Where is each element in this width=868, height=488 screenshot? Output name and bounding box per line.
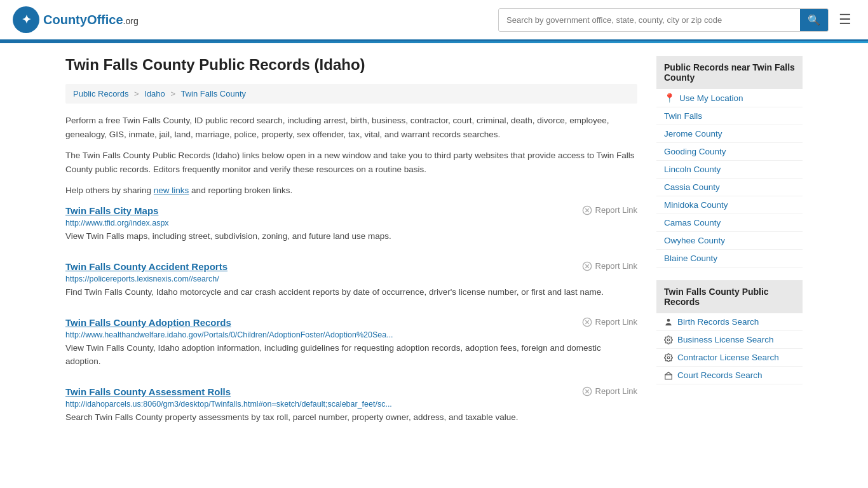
search-button[interactable]: 🔍 bbox=[800, 9, 828, 31]
sidebar-nearby-item[interactable]: Twin Falls bbox=[656, 107, 803, 125]
sidebar-nearby-item[interactable]: Minidoka County bbox=[656, 196, 803, 214]
sidebar-nearby-section: Public Records near Twin Falls County 📍 … bbox=[656, 56, 803, 268]
record-link[interactable]: Business License Search bbox=[677, 335, 774, 344]
breadcrumb: Public Records > Idaho > Twin Falls Coun… bbox=[65, 84, 637, 104]
records-links-container: Birth Records SearchBusiness License Sea… bbox=[656, 313, 803, 384]
sidebar-nearby-item[interactable]: Cassia County bbox=[656, 179, 803, 196]
nearby-link[interactable]: Cassia County bbox=[664, 182, 720, 192]
report-icon bbox=[582, 261, 592, 271]
menu-icon[interactable]: ☰ bbox=[835, 8, 855, 32]
report-icon bbox=[582, 386, 592, 396]
record-desc: Find Twin Falls County, Idaho motorcycle… bbox=[65, 286, 637, 299]
description-1: Perform a free Twin Falls County, ID pub… bbox=[65, 114, 637, 141]
sidebar-nearby-item[interactable]: Blaine County bbox=[656, 250, 803, 268]
nearby-link[interactable]: Gooding County bbox=[664, 147, 726, 156]
nearby-link[interactable]: Lincoln County bbox=[664, 165, 721, 174]
nearby-link[interactable]: Jerome County bbox=[664, 129, 722, 139]
record-link[interactable]: Contractor License Search bbox=[677, 353, 779, 362]
record-url[interactable]: http://idahoparcels.us:8060/gm3/desktop/… bbox=[65, 400, 637, 409]
record-entry: Twin Falls County Adoption Records Repor… bbox=[65, 317, 637, 371]
breadcrumb-public-records[interactable]: Public Records bbox=[73, 89, 128, 98]
svg-point-12 bbox=[667, 318, 670, 322]
record-header: Twin Falls County Adoption Records Repor… bbox=[65, 317, 637, 328]
records-container: Twin Falls City Maps Report Link http://… bbox=[65, 205, 637, 427]
sidebar: Public Records near Twin Falls County 📍 … bbox=[656, 56, 803, 442]
report-icon bbox=[582, 317, 592, 327]
record-header: Twin Falls County Assessment Rolls Repor… bbox=[65, 386, 637, 397]
record-title[interactable]: Twin Falls County Accident Reports bbox=[65, 261, 227, 272]
record-link[interactable]: Birth Records Search bbox=[677, 317, 759, 327]
sidebar-nearby-item[interactable]: Jerome County bbox=[656, 125, 803, 143]
gear-icon bbox=[664, 336, 673, 344]
nearby-link[interactable]: Blaine County bbox=[664, 254, 717, 263]
record-header: Twin Falls City Maps Report Link bbox=[65, 205, 637, 216]
description-3-prefix: Help others by sharing bbox=[65, 186, 154, 195]
svg-point-13 bbox=[667, 339, 670, 341]
sidebar-record-item[interactable]: Business License Search bbox=[656, 331, 803, 349]
person-icon bbox=[664, 318, 673, 327]
nearby-link[interactable]: Camas County bbox=[664, 218, 721, 227]
sidebar-nearby-item[interactable]: Lincoln County bbox=[656, 161, 803, 179]
sidebar-nearby-item[interactable]: Camas County bbox=[656, 214, 803, 232]
report-link[interactable]: Report Link bbox=[582, 205, 637, 215]
breadcrumb-sep2: > bbox=[170, 89, 175, 98]
record-entry: Twin Falls County Accident Reports Repor… bbox=[65, 261, 637, 302]
logo-area: ✦ CountyOffice.org bbox=[13, 6, 139, 33]
record-desc: Search Twin Falls County property assess… bbox=[65, 411, 637, 424]
search-bar: 🔍 bbox=[498, 8, 829, 32]
content-area: Twin Falls County Public Records (Idaho)… bbox=[65, 56, 637, 442]
sidebar-records-section: Twin Falls County Public Records Birth R… bbox=[656, 280, 803, 384]
report-link[interactable]: Report Link bbox=[582, 386, 637, 396]
nearby-link[interactable]: Minidoka County bbox=[664, 200, 728, 210]
record-link[interactable]: Court Records Search bbox=[677, 370, 763, 380]
use-my-location-link[interactable]: Use My Location bbox=[679, 93, 743, 103]
sidebar-record-item[interactable]: Court Records Search bbox=[656, 367, 803, 384]
record-title[interactable]: Twin Falls County Assessment Rolls bbox=[65, 386, 231, 397]
sidebar-nearby-item[interactable]: Gooding County bbox=[656, 143, 803, 161]
record-url[interactable]: https://policereports.lexisnexis.com//se… bbox=[65, 274, 637, 283]
use-my-location-item[interactable]: 📍 Use My Location bbox=[656, 89, 803, 107]
description-2: The Twin Falls County Public Records (Id… bbox=[65, 149, 637, 176]
breadcrumb-idaho[interactable]: Idaho bbox=[144, 89, 165, 98]
sidebar-record-item[interactable]: Birth Records Search bbox=[656, 313, 803, 331]
gear-icon bbox=[664, 353, 673, 362]
page-title: Twin Falls County Public Records (Idaho) bbox=[65, 56, 637, 74]
record-title[interactable]: Twin Falls County Adoption Records bbox=[65, 317, 231, 328]
record-entry: Twin Falls County Assessment Rolls Repor… bbox=[65, 386, 637, 427]
new-links-link[interactable]: new links bbox=[154, 186, 189, 195]
description-3-suffix: and reporting broken links. bbox=[189, 186, 292, 195]
site-header: ✦ CountyOffice.org 🔍 ☰ bbox=[0, 0, 868, 41]
header-right: 🔍 ☰ bbox=[498, 8, 855, 32]
report-link[interactable]: Report Link bbox=[582, 317, 637, 327]
svg-point-14 bbox=[667, 356, 670, 359]
report-link[interactable]: Report Link bbox=[582, 261, 637, 271]
sidebar-nearby-header: Public Records near Twin Falls County bbox=[656, 56, 803, 89]
nearby-link[interactable]: Twin Falls bbox=[664, 111, 702, 121]
breadcrumb-sep1: > bbox=[134, 89, 139, 98]
svg-rect-15 bbox=[665, 374, 672, 379]
record-url[interactable]: http://www.healthandwelfare.idaho.gov/Po… bbox=[65, 330, 637, 339]
nearby-items-container: Twin FallsJerome CountyGooding CountyLin… bbox=[656, 107, 803, 268]
record-url[interactable]: http://www.tfid.org/index.aspx bbox=[65, 219, 637, 227]
record-title[interactable]: Twin Falls City Maps bbox=[65, 205, 158, 216]
record-header: Twin Falls County Accident Reports Repor… bbox=[65, 261, 637, 272]
logo-icon: ✦ bbox=[13, 6, 39, 33]
nearby-link[interactable]: Owyhee County bbox=[664, 236, 725, 245]
sidebar-records-header: Twin Falls County Public Records bbox=[656, 280, 803, 313]
sidebar-record-item[interactable]: Contractor License Search bbox=[656, 349, 803, 367]
description-3: Help others by sharing new links and rep… bbox=[65, 184, 637, 198]
sidebar-nearby-item[interactable]: Owyhee County bbox=[656, 232, 803, 250]
pin-icon: 📍 bbox=[664, 93, 675, 103]
logo-text: CountyOffice.org bbox=[43, 13, 139, 27]
record-desc: View Twin Falls County, Idaho adoption i… bbox=[65, 342, 637, 369]
building-icon bbox=[664, 371, 673, 380]
record-entry: Twin Falls City Maps Report Link http://… bbox=[65, 205, 637, 246]
search-input[interactable] bbox=[499, 10, 800, 30]
main-container: Twin Falls County Public Records (Idaho)… bbox=[53, 43, 815, 455]
breadcrumb-twin-falls[interactable]: Twin Falls County bbox=[180, 89, 246, 98]
report-icon bbox=[582, 205, 592, 215]
record-desc: View Twin Falls maps, including street, … bbox=[65, 230, 637, 243]
